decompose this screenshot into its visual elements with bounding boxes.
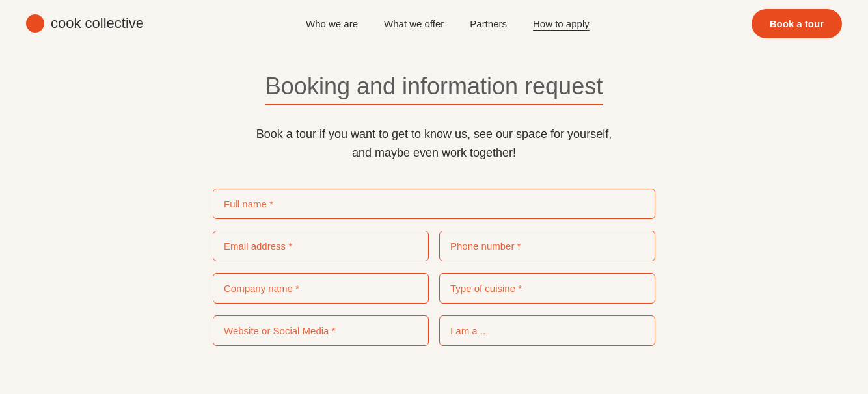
- logo-text: cook collective: [51, 15, 144, 32]
- company-field: [213, 273, 429, 304]
- nav-how-to-apply[interactable]: How to apply: [533, 18, 590, 29]
- cuisine-field: [439, 273, 655, 304]
- cuisine-input[interactable]: [439, 273, 655, 304]
- form-row-email-phone: [213, 231, 655, 261]
- page-description: Book a tour if you want to get to know u…: [252, 125, 616, 163]
- form-row-fullname: [213, 189, 655, 219]
- phone-input[interactable]: [439, 231, 655, 261]
- role-field: [439, 315, 655, 346]
- email-input[interactable]: [213, 231, 429, 261]
- nav-who-we-are[interactable]: Who we are: [306, 18, 358, 29]
- main-nav: Who we are What we offer Partners How to…: [306, 18, 590, 29]
- form-row-website-role: [213, 315, 655, 346]
- website-input[interactable]: [213, 315, 429, 346]
- nav-partners[interactable]: Partners: [470, 18, 507, 29]
- booking-form: [213, 189, 655, 346]
- form-row-company-cuisine: [213, 273, 655, 304]
- logo[interactable]: cook collective: [26, 14, 144, 33]
- nav-what-we-offer[interactable]: What we offer: [384, 18, 444, 29]
- main-content: Booking and information request Book a t…: [0, 47, 868, 372]
- full-name-field: [213, 189, 655, 219]
- book-tour-button[interactable]: Book a tour: [752, 9, 842, 38]
- email-field: [213, 231, 429, 261]
- full-name-input[interactable]: [213, 189, 655, 219]
- logo-dot: [26, 14, 44, 33]
- phone-field: [439, 231, 655, 261]
- header: cook collective Who we are What we offer…: [0, 0, 868, 47]
- page-title: Booking and information request: [265, 73, 603, 105]
- role-input[interactable]: [439, 315, 655, 346]
- company-input[interactable]: [213, 273, 429, 304]
- website-field: [213, 315, 429, 346]
